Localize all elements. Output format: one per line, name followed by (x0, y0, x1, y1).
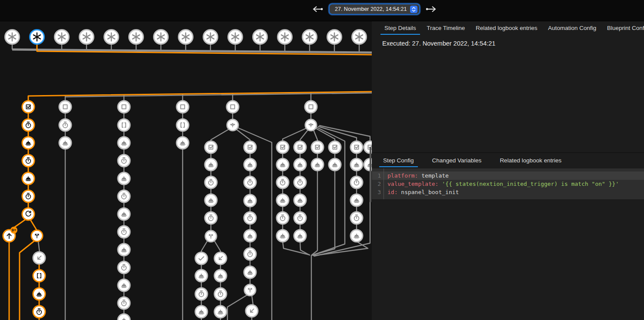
trace-node-service[interactable] (277, 230, 289, 242)
trace-node-checkbox[interactable] (294, 141, 306, 153)
trace-node-square[interactable] (177, 101, 189, 113)
trace-node-timer[interactable] (205, 212, 217, 224)
trace-node-checkbox[interactable] (22, 101, 34, 113)
trace-node-call-split[interactable] (205, 231, 217, 242)
trace-node-timer[interactable] (244, 212, 256, 224)
trace-node-square[interactable] (59, 101, 71, 113)
trace-node-asterisk[interactable] (55, 30, 69, 44)
trace-node-service[interactable] (118, 172, 130, 185)
trace-node-service[interactable] (33, 288, 45, 300)
trace-node-asterisk[interactable] (154, 30, 168, 44)
trace-node-checkbox[interactable] (329, 141, 341, 153)
trace-node-refresh[interactable] (22, 208, 34, 220)
run-select[interactable]: 27. November 2022, 14:54:21 (330, 4, 419, 14)
trace-node-call-split[interactable] (244, 284, 256, 296)
trace-node-choose[interactable] (305, 119, 317, 131)
trace-node-service[interactable] (205, 158, 217, 171)
trace-node-asterisk[interactable] (253, 30, 267, 44)
trace-node-service[interactable] (277, 158, 289, 171)
trace-node-service[interactable] (350, 158, 363, 171)
trace-node-checkbox[interactable] (311, 141, 324, 153)
trace-node-service[interactable] (214, 306, 227, 318)
trace-node-service[interactable] (311, 158, 324, 171)
trace-node-square[interactable] (227, 101, 239, 113)
trace-node-arrow-up[interactable]: 9+ (3, 227, 17, 242)
trace-node-service[interactable] (294, 158, 306, 171)
trace-node-checkbox[interactable] (244, 141, 256, 153)
trace-node-brackets[interactable] (118, 119, 130, 131)
trace-node-timer[interactable] (277, 212, 289, 224)
trace-node-timer[interactable] (59, 119, 71, 131)
trace-node-arrow-bottom-left[interactable] (33, 252, 45, 264)
trace-node-service[interactable] (244, 158, 256, 171)
trace-node-timer[interactable] (214, 288, 227, 300)
previous-run-arrow-icon[interactable] (312, 5, 324, 13)
trace-node-asterisk[interactable] (303, 30, 317, 44)
trace-node-service[interactable] (214, 270, 227, 282)
trace-node-timer[interactable] (294, 212, 306, 224)
trace-node-arrow-bottom-left[interactable] (246, 305, 258, 317)
trace-node-service[interactable] (22, 137, 34, 149)
trace-node-service[interactable] (244, 266, 256, 278)
trace-node-service[interactable] (350, 194, 363, 206)
trace-node-timer[interactable] (118, 297, 130, 309)
tab-step-config[interactable]: Step Config (379, 154, 418, 167)
trace-node-check[interactable] (195, 252, 207, 264)
trace-node-checkbox[interactable] (277, 141, 289, 153)
tab-automation-config[interactable]: Automation Config (544, 22, 600, 35)
trace-node-call-split[interactable] (31, 230, 43, 241)
trace-node-asterisk[interactable] (352, 30, 367, 44)
trace-node-service[interactable] (195, 270, 207, 282)
trace-node-brackets[interactable] (33, 270, 45, 282)
trace-node-timer[interactable] (118, 226, 130, 238)
trace-node-service[interactable] (244, 195, 256, 207)
trace-node-arrow-bottom-left[interactable] (214, 252, 227, 264)
trace-node-asterisk[interactable] (327, 30, 342, 44)
trace-node-timer[interactable] (244, 248, 256, 260)
trace-node-timer[interactable] (350, 212, 363, 224)
trace-node-timer[interactable] (118, 261, 130, 274)
trace-node-service[interactable] (294, 194, 306, 206)
trace-node-square[interactable] (118, 101, 130, 113)
trace-node-service[interactable] (294, 230, 306, 242)
next-run-arrow-icon[interactable] (425, 5, 437, 13)
trace-node-timer[interactable] (244, 176, 256, 188)
trace-node-timer[interactable] (195, 288, 207, 300)
tab-trace-timeline[interactable]: Trace Timeline (423, 22, 469, 35)
trace-node-checkbox[interactable] (350, 141, 363, 153)
trace-node-service[interactable] (118, 314, 130, 320)
trace-node-asterisk[interactable] (5, 30, 20, 44)
trace-node-service[interactable] (329, 158, 341, 171)
trace-node-asterisk[interactable] (179, 30, 193, 44)
trace-node-service[interactable] (205, 194, 217, 206)
trace-node-service[interactable] (350, 230, 363, 242)
trace-node-timer[interactable] (22, 190, 34, 202)
tab-blueprint-config[interactable]: Blueprint Config (603, 22, 644, 35)
trace-node-asterisk[interactable] (80, 30, 94, 44)
trace-node-service[interactable] (118, 137, 130, 149)
trace-node-choose[interactable] (227, 119, 238, 131)
trace-node-timer[interactable] (205, 176, 217, 188)
trace-node-service[interactable] (177, 137, 189, 149)
trace-node-timer[interactable] (277, 176, 289, 188)
tab-related-logbook-entries[interactable]: Related logbook entries (472, 22, 541, 35)
trace-node-asterisk[interactable] (228, 30, 243, 44)
trace-node-timer[interactable] (118, 190, 130, 202)
trace-node-service[interactable] (277, 194, 289, 206)
trace-node-asterisk[interactable] (278, 30, 292, 44)
trace-node-service[interactable] (195, 306, 207, 318)
trace-node-asterisk[interactable] (30, 30, 44, 44)
yaml-code-block[interactable]: 1platform: template2value_template: '{{ … (372, 168, 644, 199)
trace-node-asterisk[interactable] (104, 30, 119, 44)
trace-node-timer[interactable] (22, 119, 34, 131)
trace-node-service[interactable] (59, 137, 71, 149)
trace-node-brackets[interactable] (177, 119, 189, 131)
trace-node-asterisk[interactable] (204, 30, 218, 44)
trace-node-square[interactable] (305, 101, 317, 113)
trace-node-timer[interactable] (33, 306, 45, 318)
tab-related-logbook-entries[interactable]: Related logbook entries (496, 154, 565, 167)
trace-node-service[interactable] (244, 230, 256, 242)
trace-node-timer[interactable] (22, 155, 34, 167)
tab-changed-variables[interactable]: Changed Variables (428, 154, 486, 167)
graph-scrollbar[interactable] (370, 147, 371, 202)
